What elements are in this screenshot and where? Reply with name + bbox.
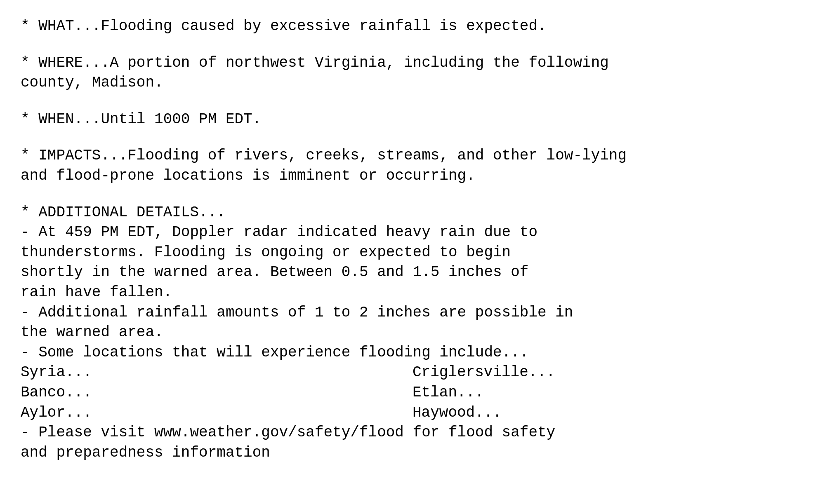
detail-3: - Some locations that will experience fl… (21, 344, 528, 361)
location-left-1: Banco... (21, 383, 412, 403)
location-right-2: Haywood... (412, 403, 804, 423)
when-section: * WHEN...Until 1000 PM EDT. (21, 110, 804, 130)
location-right-1: Etlan... (412, 383, 804, 403)
footer-line1: - Please visit www.weather.gov/safety/fl… (21, 424, 555, 441)
impacts-line2: and flood-prone locations is imminent or… (21, 167, 475, 184)
location-left-2: Aylor... (21, 403, 412, 423)
alert-content: * WHAT...Flooding caused by excessive ra… (21, 16, 804, 463)
where-line2: county, Madison. (21, 74, 163, 91)
where-line1: * WHERE...A portion of northwest Virgini… (21, 54, 609, 71)
detail-1-line3: shortly in the warned area. Between 0.5 … (21, 264, 528, 281)
location-left-0: Syria... (21, 363, 412, 383)
detail-2-line2: the warned area. (21, 324, 163, 341)
footer-line2: and preparedness information (21, 444, 270, 461)
detail-1-line2: thunderstorms. Flooding is ongoing or ex… (21, 244, 511, 261)
impacts-line1: * IMPACTS...Flooding of rivers, creeks, … (21, 147, 627, 164)
detail-2-line1: - Additional rainfall amounts of 1 to 2 … (21, 304, 573, 321)
detail-1-line1: - At 459 PM EDT, Doppler radar indicated… (21, 224, 537, 241)
locations-grid: Syria...Criglersville...Banco...Etlan...… (21, 363, 804, 423)
what-section: * WHAT...Flooding caused by excessive ra… (21, 16, 804, 37)
what-text: * WHAT...Flooding caused by excessive ra… (21, 18, 547, 35)
detail-1-line4: rain have fallen. (21, 284, 172, 301)
where-section: * WHERE...A portion of northwest Virgini… (21, 53, 804, 93)
impacts-section: * IMPACTS...Flooding of rivers, creeks, … (21, 146, 804, 186)
additional-header: * ADDITIONAL DETAILS... (21, 204, 226, 221)
location-right-0: Criglersville... (412, 363, 804, 383)
when-text: * WHEN...Until 1000 PM EDT. (21, 111, 261, 128)
additional-details-section: * ADDITIONAL DETAILS... - At 459 PM EDT,… (21, 203, 804, 463)
